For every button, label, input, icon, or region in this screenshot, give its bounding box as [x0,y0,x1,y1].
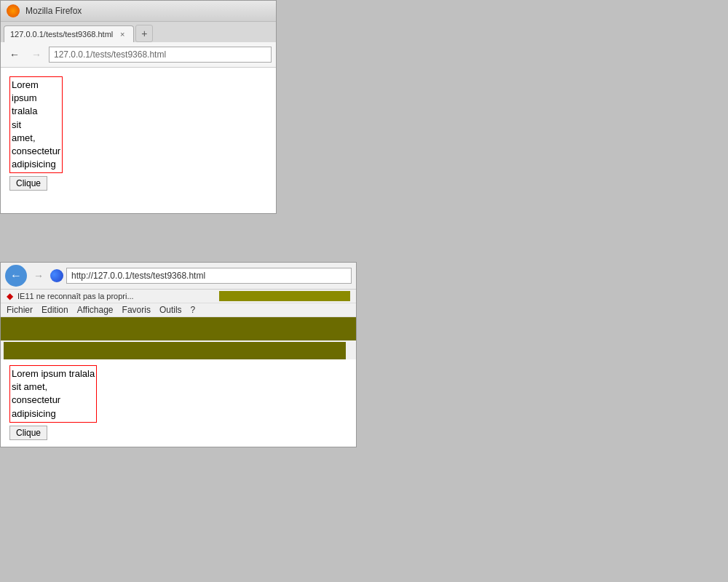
ie-menubar: Fichier Edition Affichage Favoris Outils… [1,303,356,317]
firefox-navbar: ← → [1,42,276,68]
firefox-forward-button[interactable]: → [27,45,46,64]
ie-menu-help[interactable]: ? [191,305,196,315]
ie-menu-edition[interactable]: Edition [41,305,68,315]
ie-compat-text: IE11 ne reconnaît pas la propri... [17,292,215,300]
firefox-back-button[interactable]: ← [5,45,24,64]
ie-green-bar-2 [4,342,346,359]
firefox-title: Mozilla Firefox [25,6,82,16]
ie-menu-outils[interactable]: Outils [159,305,182,315]
ie-browser-icon [50,269,63,282]
ie-clique-button[interactable]: Clique [9,426,47,440]
ie-address-bar[interactable] [66,268,352,284]
ie-window: ← → ◆ IE11 ne reconnaît pas la propri...… [0,262,357,447]
ie-content-box: Lorem ipsum tralala sit amet, consectetu… [9,365,97,423]
firefox-page-content: Lorem ipsum tralala sit amet, consectetu… [1,68,276,213]
ie-green-bar-1 [1,317,356,340]
ie-page-content: Lorem ipsum tralala sit amet, consectetu… [1,359,356,447]
ie-content-text: Lorem ipsum tralala sit amet, consectetu… [12,367,95,420]
firefox-logo-icon [7,4,20,17]
firefox-window: Mozilla Firefox 127.0.0.1/tests/test9368… [0,0,277,214]
firefox-tab[interactable]: 127.0.0.1/tests/test9368.html × [4,25,134,42]
firefox-tab-title: 127.0.0.1/tests/test9368.html [10,30,113,39]
ie-compat-bar: ◆ IE11 ne reconnaît pas la propri... [1,290,356,303]
firefox-content-text: Lorem ipsum tralala sit amet, consectetu… [12,79,60,171]
firefox-tab-bar: 127.0.0.1/tests/test9368.html × + [1,22,276,42]
ie-menu-affichage[interactable]: Affichage [77,305,114,315]
firefox-new-tab-button[interactable]: + [135,25,153,42]
ie-menu-fichier[interactable]: Fichier [7,305,33,315]
firefox-content-box: Lorem ipsum tralala sit amet, consectetu… [9,76,63,173]
firefox-address-bar[interactable] [49,47,272,63]
ie-compat-bar2 [219,291,350,301]
ie-navbar: ← → [1,263,356,290]
ie-forward-button[interactable]: → [30,267,47,284]
firefox-titlebar: Mozilla Firefox [1,1,276,22]
firefox-clique-button[interactable]: Clique [9,176,47,191]
ie-back-button[interactable]: ← [5,265,27,287]
firefox-tab-close-button[interactable]: × [117,29,127,39]
ie-compat-icon: ◆ [7,291,13,301]
ie-menu-favoris[interactable]: Favoris [122,305,151,315]
